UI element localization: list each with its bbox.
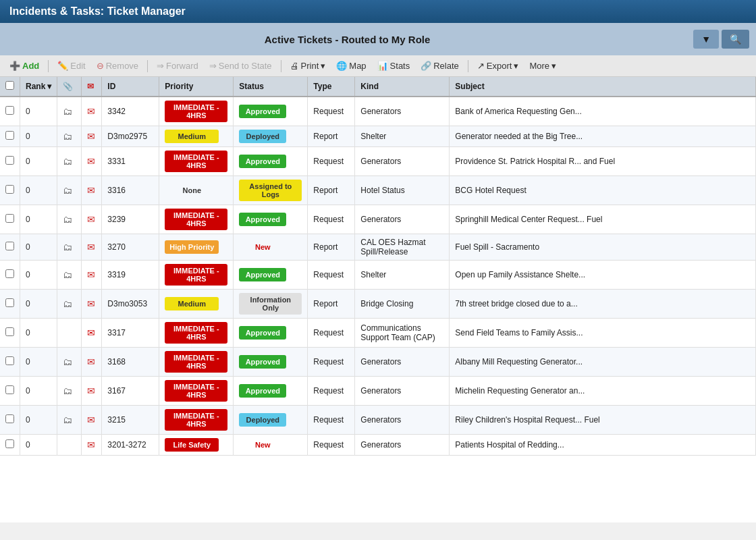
row-checkbox-cell[interactable] (0, 176, 20, 205)
row-id: 3316 (102, 176, 159, 205)
row-checkbox-cell[interactable] (0, 205, 20, 234)
row-id: 3319 (102, 261, 159, 290)
row-checkbox[interactable] (5, 439, 14, 448)
row-checkbox[interactable] (5, 269, 14, 278)
row-checkbox-cell[interactable] (0, 147, 20, 176)
table-row[interactable]: 0🗂✉3342IMMEDIATE - 4HRSApprovedRequestGe… (0, 97, 756, 126)
row-checkbox-cell[interactable] (0, 319, 20, 348)
row-checkbox[interactable] (5, 242, 14, 250)
edit-icon: ✏️ (57, 61, 68, 71)
table-row[interactable]: 0🗂✉D3mo2975MediumDeployedReportShelterGe… (0, 126, 756, 147)
row-email: ✉ (82, 406, 102, 435)
row-rank: 0 (20, 234, 57, 261)
row-rank: 0 (20, 97, 57, 126)
forward-button[interactable]: ⇒ Forward (153, 59, 202, 73)
email-icon: ✉ (87, 439, 95, 450)
remove-button[interactable]: ⊖ Remove (92, 59, 142, 73)
row-checkbox[interactable] (5, 327, 14, 336)
row-checkbox-cell[interactable] (0, 97, 20, 126)
table-row[interactable]: 0🗂✉3316NoneAssigned to LogsReportHotel S… (0, 176, 756, 205)
attach-icon: 🗂 (63, 356, 72, 367)
row-checkbox[interactable] (5, 385, 14, 394)
row-checkbox-cell[interactable] (0, 261, 20, 290)
edit-button[interactable]: ✏️ Edit (53, 59, 89, 73)
table-row[interactable]: 0🗂✉3239IMMEDIATE - 4HRSApprovedRequestGe… (0, 205, 756, 234)
export-button[interactable]: ↗ Export ▾ (473, 59, 523, 73)
print-button[interactable]: 🖨 Print ▾ (286, 59, 330, 73)
col-header-id[interactable]: ID (102, 77, 159, 97)
col-header-priority[interactable]: Priority (159, 77, 234, 97)
row-checkbox[interactable] (5, 298, 14, 307)
row-checkbox[interactable] (5, 214, 14, 223)
table-row[interactable]: 0🗂✉3331IMMEDIATE - 4HRSApprovedRequestGe… (0, 147, 756, 176)
col-header-check[interactable] (0, 77, 20, 97)
row-checkbox[interactable] (5, 106, 14, 115)
export-dropdown-icon: ▾ (514, 61, 518, 71)
row-checkbox-cell[interactable] (0, 126, 20, 147)
tickets-table: Rank ▾ 📎 ✉ ID Priority Status Type Kind … (0, 77, 756, 456)
row-type: Request (308, 205, 355, 234)
row-checkbox[interactable] (5, 156, 14, 165)
table-row[interactable]: 0🗂✉3168IMMEDIATE - 4HRSApprovedRequestGe… (0, 348, 756, 377)
table-row[interactable]: 0✉3201-3272Life SafetyNewRequestGenerato… (0, 435, 756, 456)
row-checkbox[interactable] (5, 185, 14, 194)
stats-button[interactable]: 📊 Stats (373, 59, 414, 73)
row-kind: CAL OES Hazmat Spill/Release (355, 234, 450, 261)
row-attach: 🗂 (57, 205, 82, 234)
add-button[interactable]: ➕ Add (5, 59, 43, 73)
row-email: ✉ (82, 234, 102, 261)
row-id: D3mo2975 (102, 126, 159, 147)
row-status: Deployed (234, 126, 308, 147)
row-id: D3mo3053 (102, 290, 159, 319)
row-status: Approved (234, 319, 308, 348)
row-priority: IMMEDIATE - 4HRS (159, 377, 234, 406)
view-search-button[interactable]: 🔍 (722, 30, 749, 49)
row-checkbox-cell[interactable] (0, 290, 20, 319)
row-rank: 0 (20, 126, 57, 147)
row-checkbox-cell[interactable] (0, 377, 20, 406)
row-checkbox-cell[interactable] (0, 406, 20, 435)
row-status: New (234, 234, 308, 261)
row-subject: BCG Hotel Request (450, 176, 756, 205)
row-type: Report (308, 126, 355, 147)
row-email: ✉ (82, 261, 102, 290)
row-checkbox-cell[interactable] (0, 348, 20, 377)
table-row[interactable]: 0🗂✉3167IMMEDIATE - 4HRSApprovedRequestGe… (0, 377, 756, 406)
table-row[interactable]: 0✉3317IMMEDIATE - 4HRSApprovedRequestCom… (0, 319, 756, 348)
separator-3 (281, 60, 281, 72)
row-type: Report (308, 176, 355, 205)
row-checkbox[interactable] (5, 131, 14, 140)
select-all-checkbox[interactable] (5, 81, 14, 90)
row-attach: 🗂 (57, 147, 82, 176)
table-row[interactable]: 0🗂✉D3mo3053MediumInformation OnlyReportB… (0, 290, 756, 319)
table-row[interactable]: 0🗂✉3270High PriorityNewReportCAL OES Haz… (0, 234, 756, 261)
table-body: 0🗂✉3342IMMEDIATE - 4HRSApprovedRequestGe… (0, 97, 756, 456)
map-button[interactable]: 🌐 Map (332, 59, 370, 73)
col-header-type[interactable]: Type (308, 77, 355, 97)
row-status: Deployed (234, 406, 308, 435)
more-button[interactable]: More ▾ (525, 59, 560, 73)
view-dropdown-button[interactable]: ▼ (693, 30, 719, 49)
col-header-status[interactable]: Status (234, 77, 308, 97)
row-checkbox[interactable] (5, 414, 14, 423)
col-header-subject[interactable]: Subject (450, 77, 756, 97)
row-rank: 0 (20, 348, 57, 377)
remove-icon: ⊖ (97, 61, 104, 71)
attach-icon: 🗂 (63, 242, 72, 252)
row-checkbox-cell[interactable] (0, 234, 20, 261)
row-attach (57, 435, 82, 456)
row-rank: 0 (20, 261, 57, 290)
send-icon: ⇒ (209, 61, 217, 71)
col-header-kind[interactable]: Kind (355, 77, 450, 97)
row-attach: 🗂 (57, 406, 82, 435)
col-header-rank[interactable]: Rank ▾ (20, 77, 57, 97)
table-row[interactable]: 0🗂✉3319IMMEDIATE - 4HRSApprovedRequestSh… (0, 261, 756, 290)
relate-button[interactable]: 🔗 Relate (416, 59, 463, 73)
send-to-state-button[interactable]: ⇒ Send to State (205, 59, 276, 73)
row-checkbox-cell[interactable] (0, 435, 20, 456)
row-checkbox[interactable] (5, 356, 14, 365)
table-row[interactable]: 0🗂✉3215IMMEDIATE - 4HRSDeployedRequestGe… (0, 406, 756, 435)
email-icon: ✉ (87, 327, 95, 338)
row-email: ✉ (82, 435, 102, 456)
row-subject: Michelin Requesting Generator an... (450, 377, 756, 406)
